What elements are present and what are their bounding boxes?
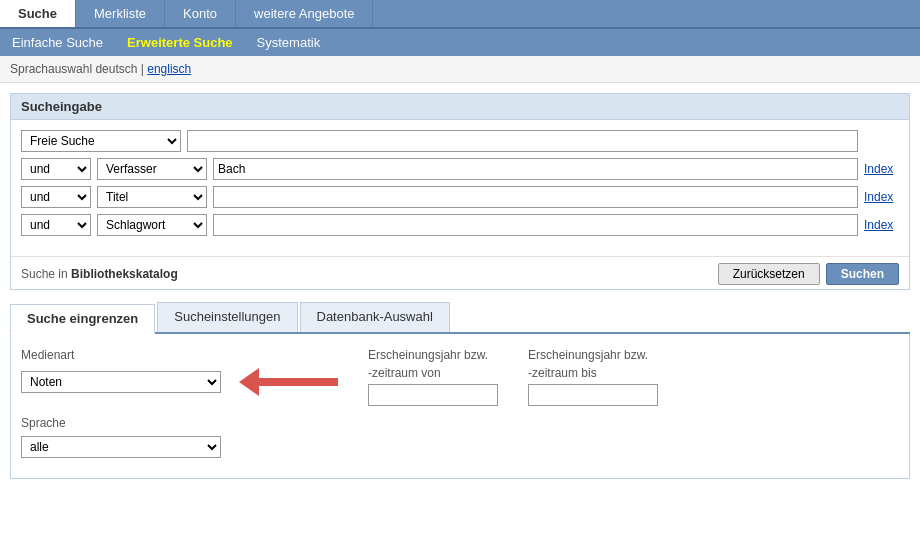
erscheinungsjahr-von-input[interactable]: [368, 384, 498, 406]
sucheingabe-section: Sucheingabe Freie Suche und oder nicht V…: [10, 93, 910, 290]
medienart-row: alle Noten Bücher Zeitschriften CDs DVDs: [21, 368, 338, 396]
erscheinungsjahr-von-label2: -zeitraum von: [368, 366, 498, 380]
bool-select-3[interactable]: und oder nicht: [21, 214, 91, 236]
search-input-2[interactable]: [213, 186, 858, 208]
top-nav: Suche Merkliste Konto weitere Angebote: [0, 0, 920, 29]
field-select-0[interactable]: Freie Suche: [21, 130, 181, 152]
subnav-systematik[interactable]: Systematik: [253, 33, 325, 52]
lower-section-body: Medienart alle Noten Bücher Zeitschrifte…: [10, 334, 910, 479]
lower-tab-eingrenzen[interactable]: Suche eingrenzen: [10, 304, 155, 334]
index-link-1[interactable]: Index: [864, 162, 899, 176]
search-input-3[interactable]: [213, 214, 858, 236]
search-button[interactable]: Suchen: [826, 263, 899, 285]
sprache-group: Sprache alle Deutsch Englisch Französisc…: [21, 416, 221, 458]
sprache-label: Sprache: [21, 416, 221, 430]
reset-button[interactable]: Zurücksetzen: [718, 263, 820, 285]
red-arrow-indicator: [239, 368, 338, 396]
field-select-1[interactable]: Verfasser Titel Schlagwort ISBN: [97, 158, 207, 180]
subnav-einfache-suche[interactable]: Einfache Suche: [8, 33, 107, 52]
lang-english-link[interactable]: englisch: [147, 62, 191, 76]
language-bar: Sprachauswahl deutsch | englisch: [0, 56, 920, 83]
index-link-2[interactable]: Index: [864, 190, 899, 204]
field-select-2[interactable]: Verfasser Titel Schlagwort ISBN: [97, 186, 207, 208]
lower-tab-einstellungen[interactable]: Sucheinstellungen: [157, 302, 297, 332]
erscheinungsjahr-bis-input[interactable]: [528, 384, 658, 406]
lower-section-wrapper: Suche eingrenzen Sucheinstellungen Daten…: [10, 302, 910, 479]
tab-merkliste[interactable]: Merkliste: [76, 0, 165, 27]
field-select-3[interactable]: Verfasser Titel Schlagwort ISBN: [97, 214, 207, 236]
search-footer: Suche in Bibliothekskatalog Zurücksetzen…: [11, 256, 909, 289]
lower-tabs: Suche eingrenzen Sucheinstellungen Daten…: [10, 302, 910, 334]
search-row-1: und oder nicht Verfasser Titel Schlagwor…: [21, 158, 899, 180]
main-content: Sucheingabe Freie Suche und oder nicht V…: [0, 83, 920, 489]
erscheinungsjahr-von-group: Erscheinungsjahr bzw. -zeitraum von: [368, 348, 498, 406]
sprache-select[interactable]: alle Deutsch Englisch Französisch Spanis…: [21, 436, 221, 458]
tab-weitere-angebote[interactable]: weitere Angebote: [236, 0, 373, 27]
bool-select-1[interactable]: und oder nicht: [21, 158, 91, 180]
tab-konto[interactable]: Konto: [165, 0, 236, 27]
lang-current: deutsch: [95, 62, 137, 76]
filter-row-2: Sprache alle Deutsch Englisch Französisc…: [21, 416, 899, 458]
medienart-group: Medienart alle Noten Bücher Zeitschrifte…: [21, 348, 338, 396]
search-row-2: und oder nicht Verfasser Titel Schlagwor…: [21, 186, 899, 208]
erscheinungsjahr-von-label1: Erscheinungsjahr bzw.: [368, 348, 498, 362]
erscheinungsjahr-bis-label2: -zeitraum bis: [528, 366, 658, 380]
search-in-value: Bibliothekskatalog: [71, 267, 178, 281]
erscheinungsjahr-bis-group: Erscheinungsjahr bzw. -zeitraum bis: [528, 348, 658, 406]
search-row-0: Freie Suche: [21, 130, 899, 152]
sucheingabe-body: Freie Suche und oder nicht Verfasser Tit…: [11, 120, 909, 252]
medienart-select[interactable]: alle Noten Bücher Zeitschriften CDs DVDs: [21, 371, 221, 393]
sub-nav: Einfache Suche Erweiterte Suche Systemat…: [0, 29, 920, 56]
lower-tab-datenbank[interactable]: Datenbank-Auswahl: [300, 302, 450, 332]
subnav-erweiterte-suche[interactable]: Erweiterte Suche: [123, 33, 237, 52]
tab-suche[interactable]: Suche: [0, 0, 76, 27]
index-link-3[interactable]: Index: [864, 218, 899, 232]
filter-row-1: Medienart alle Noten Bücher Zeitschrifte…: [21, 348, 899, 406]
bool-select-2[interactable]: und oder nicht: [21, 186, 91, 208]
erscheinungsjahr-bis-label1: Erscheinungsjahr bzw.: [528, 348, 658, 362]
search-input-0[interactable]: [187, 130, 858, 152]
search-in-label: Suche in Bibliothekskatalog: [21, 267, 178, 281]
arrow-head-icon: [239, 368, 259, 396]
sucheingabe-header: Sucheingabe: [11, 94, 909, 120]
arrow-shaft-icon: [258, 378, 338, 386]
sprachauswahl-label: Sprachauswahl: [10, 62, 92, 76]
search-input-1[interactable]: [213, 158, 858, 180]
medienart-label: Medienart: [21, 348, 338, 362]
search-buttons: Zurücksetzen Suchen: [718, 263, 899, 285]
search-row-3: und oder nicht Verfasser Titel Schlagwor…: [21, 214, 899, 236]
